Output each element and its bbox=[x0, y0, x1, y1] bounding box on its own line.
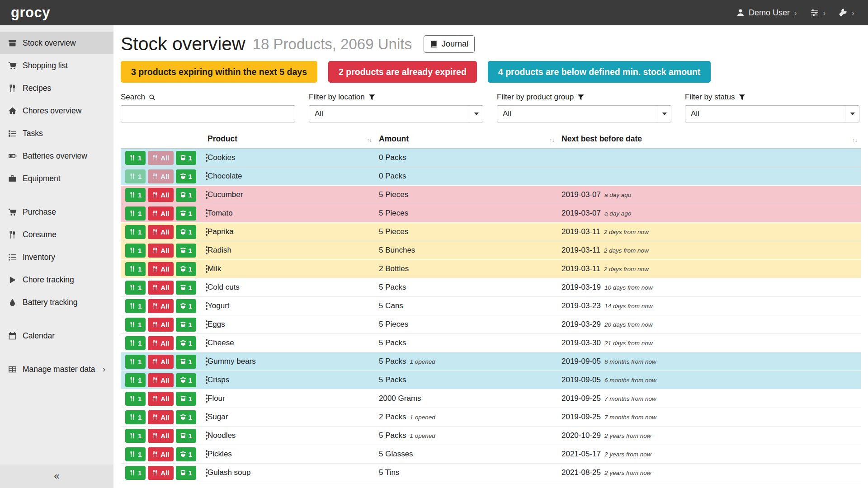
consume-all-button[interactable]: All bbox=[148, 392, 173, 406]
consume-one-button[interactable]: 1 bbox=[125, 299, 146, 313]
consume-all-button[interactable]: All bbox=[148, 466, 173, 480]
open-one-button[interactable]: 1 bbox=[176, 355, 196, 369]
alert-expiring[interactable]: 3 products expiring within the next 5 da… bbox=[121, 61, 317, 83]
play-icon bbox=[8, 276, 17, 284]
open-one-button[interactable]: 1 bbox=[176, 336, 196, 350]
box-open-icon bbox=[180, 414, 186, 420]
consume-one-button[interactable]: 1 bbox=[125, 410, 146, 424]
open-one-button[interactable]: 1 bbox=[176, 169, 196, 183]
consume-one-button[interactable]: 1 bbox=[125, 151, 146, 165]
sidebar-collapse-button[interactable]: « bbox=[0, 465, 113, 488]
product-group-select[interactable]: All bbox=[497, 105, 671, 122]
open-one-button[interactable]: 1 bbox=[176, 373, 196, 387]
open-one-button[interactable]: 1 bbox=[176, 281, 196, 295]
consume-one-button[interactable]: 1 bbox=[125, 244, 146, 258]
consume-all-button[interactable]: All bbox=[148, 244, 173, 258]
app-logo[interactable]: grocy bbox=[11, 5, 50, 21]
consume-all-button[interactable]: All bbox=[148, 355, 173, 369]
status-select[interactable]: All bbox=[685, 105, 859, 122]
consume-all-button[interactable]: All bbox=[148, 262, 173, 276]
sort-icon[interactable]: ↑↓ bbox=[367, 136, 372, 143]
sidebar-item-chore-tracking[interactable]: Chore tracking bbox=[0, 268, 113, 291]
consume-one-button[interactable]: 1 bbox=[125, 336, 146, 350]
box-open-icon bbox=[180, 451, 186, 457]
consume-all-button[interactable]: All bbox=[148, 336, 173, 350]
utensils-icon bbox=[129, 340, 136, 346]
consume-all-button[interactable]: All bbox=[148, 299, 173, 313]
sidebar-item-tasks[interactable]: Tasks bbox=[0, 122, 113, 145]
consume-one-button[interactable]: 1 bbox=[125, 466, 146, 480]
consume-all-button[interactable]: All bbox=[148, 151, 173, 165]
box-open-icon bbox=[180, 284, 186, 291]
journal-button[interactable]: Journal bbox=[424, 35, 475, 53]
admin-menu[interactable]: › bbox=[839, 8, 854, 17]
sidebar-item-recipes[interactable]: Recipes bbox=[0, 77, 113, 99]
open-one-button[interactable]: 1 bbox=[176, 188, 196, 202]
row-actions: 1 All 1 bbox=[124, 204, 200, 222]
settings-menu[interactable]: › bbox=[811, 8, 826, 17]
utensils-icon bbox=[129, 284, 136, 291]
consume-all-button[interactable]: All bbox=[148, 410, 173, 424]
open-one-button[interactable]: 1 bbox=[176, 299, 196, 313]
search-input[interactable] bbox=[121, 105, 295, 122]
consume-one-button[interactable]: 1 bbox=[125, 225, 146, 239]
consume-one-button[interactable]: 1 bbox=[125, 188, 146, 202]
open-one-button[interactable]: 1 bbox=[176, 466, 196, 480]
consume-all-button[interactable]: All bbox=[148, 188, 173, 202]
open-one-button[interactable]: 1 bbox=[176, 206, 196, 221]
consume-all-button[interactable]: All bbox=[148, 429, 173, 443]
consume-one-button[interactable]: 1 bbox=[125, 447, 146, 461]
consume-all-button[interactable]: All bbox=[148, 225, 173, 239]
consume-one-button[interactable]: 1 bbox=[125, 373, 146, 387]
column-product[interactable]: Product ↑↓ bbox=[204, 131, 375, 149]
sidebar-item-chores-overview[interactable]: Chores overview bbox=[0, 99, 113, 122]
consume-all-button[interactable]: All bbox=[148, 318, 173, 332]
open-one-button[interactable]: 1 bbox=[176, 318, 196, 332]
amount-value: 5 Pieces bbox=[379, 209, 408, 217]
sidebar-item-inventory[interactable]: Inventory bbox=[0, 246, 113, 268]
consume-all-button[interactable]: All bbox=[148, 169, 173, 183]
search-label: Search bbox=[121, 93, 295, 102]
consume-all-button[interactable]: All bbox=[148, 206, 173, 221]
consume-all-button[interactable]: All bbox=[148, 281, 173, 295]
consume-one-button[interactable]: 1 bbox=[125, 169, 146, 183]
open-one-button[interactable]: 1 bbox=[176, 151, 196, 165]
open-one-button[interactable]: 1 bbox=[176, 225, 196, 239]
consume-all-button[interactable]: All bbox=[148, 373, 173, 387]
utensils-icon bbox=[152, 303, 158, 309]
consume-one-button[interactable]: 1 bbox=[125, 429, 146, 443]
sidebar-item-purchase[interactable]: Purchase bbox=[0, 201, 113, 223]
product-name: Chocolate bbox=[208, 172, 242, 180]
user-menu[interactable]: Demo User › bbox=[736, 8, 797, 18]
alert-expired[interactable]: 2 products are already expired bbox=[328, 61, 477, 83]
sort-icon[interactable]: ↑↓ bbox=[549, 136, 554, 143]
consume-one-button[interactable]: 1 bbox=[125, 355, 146, 369]
consume-all-button[interactable]: All bbox=[148, 447, 173, 461]
location-select[interactable]: All bbox=[309, 105, 483, 122]
consume-one-button[interactable]: 1 bbox=[125, 281, 146, 295]
sidebar-item-manage-master-data[interactable]: Manage master data › bbox=[0, 358, 113, 380]
sidebar-item-equipment[interactable]: Equipment bbox=[0, 167, 113, 190]
open-one-button[interactable]: 1 bbox=[176, 244, 196, 258]
best-before-note: 2 days from now bbox=[604, 247, 649, 254]
consume-one-button[interactable]: 1 bbox=[125, 392, 146, 406]
table-row: 1 All 1 Sugar 2 Packs1 opened 2019-09-25… bbox=[121, 408, 861, 427]
sidebar-item-battery-tracking[interactable]: Battery tracking bbox=[0, 291, 113, 314]
sort-icon[interactable]: ↑↓ bbox=[852, 136, 857, 143]
open-one-button[interactable]: 1 bbox=[176, 392, 196, 406]
alert-below-min-stock[interactable]: 4 products are below defined min. stock … bbox=[488, 61, 711, 83]
consume-one-button[interactable]: 1 bbox=[125, 262, 146, 276]
sidebar-item-shopping-list[interactable]: Shopping list bbox=[0, 54, 113, 77]
sidebar-item-batteries-overview[interactable]: Batteries overview bbox=[0, 145, 113, 167]
column-next-best-before-date[interactable]: Next best before date ↑↓ bbox=[558, 131, 861, 149]
open-one-button[interactable]: 1 bbox=[176, 410, 196, 424]
consume-one-button[interactable]: 1 bbox=[125, 318, 146, 332]
column-amount[interactable]: Amount ↑↓ bbox=[375, 131, 558, 149]
open-one-button[interactable]: 1 bbox=[176, 429, 196, 443]
open-one-button[interactable]: 1 bbox=[176, 447, 196, 461]
open-one-button[interactable]: 1 bbox=[176, 262, 196, 276]
sidebar-item-consume[interactable]: Consume bbox=[0, 223, 113, 246]
consume-one-button[interactable]: 1 bbox=[125, 206, 146, 221]
sidebar-item-calendar[interactable]: Calendar bbox=[0, 324, 113, 347]
sidebar-item-stock-overview[interactable]: Stock overview bbox=[0, 32, 113, 54]
